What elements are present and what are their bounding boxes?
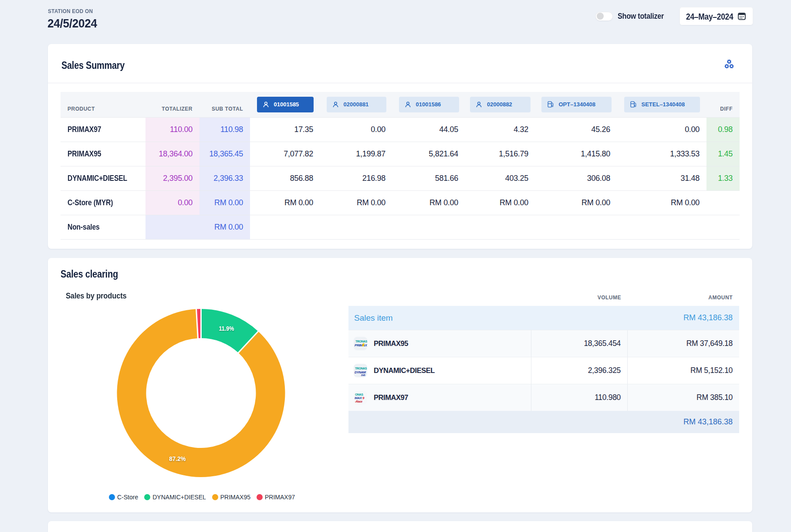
svg-text:PRIMAX: PRIMAX	[355, 343, 367, 347]
svg-text:11.9%: 11.9%	[219, 325, 234, 332]
svg-text:TRONAS: TRONAS	[355, 340, 367, 343]
svg-text:MAX: MAX	[355, 396, 362, 400]
svg-text:ONAS: ONAS	[355, 393, 363, 396]
svg-text:-Race: -Race	[355, 400, 362, 403]
svg-text:TRONAS: TRONAS	[355, 367, 367, 370]
svg-text:87.2%: 87.2%	[169, 455, 186, 462]
svg-text:DVB: DVB	[361, 374, 365, 376]
